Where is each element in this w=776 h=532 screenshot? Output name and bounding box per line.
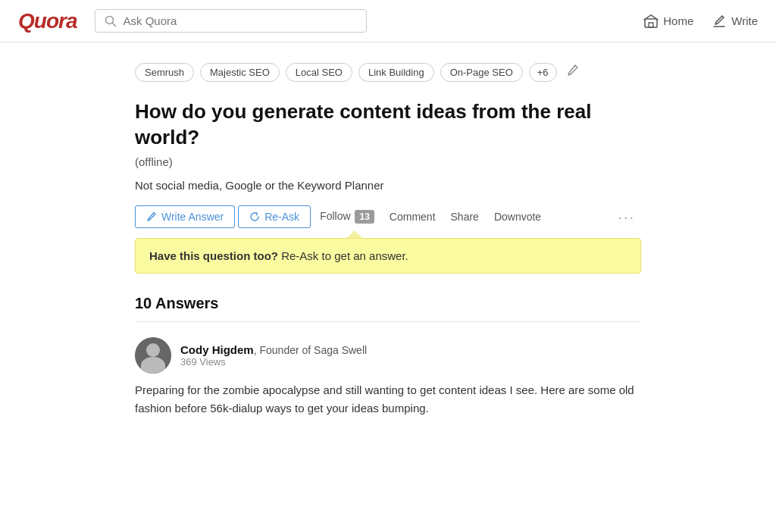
reask-callout-wrapper: Have this question too? Re-Ask to get an… [135, 238, 641, 274]
pencil-icon [146, 211, 157, 222]
answers-divider [135, 321, 641, 322]
tag-semrush[interactable]: Semrush [135, 63, 194, 82]
callout-arrow [347, 230, 362, 238]
edit-tags-icon[interactable] [563, 61, 583, 84]
write-answer-button[interactable]: Write Answer [135, 205, 235, 228]
write-icon [712, 14, 727, 28]
tag-link-building[interactable]: Link Building [358, 63, 434, 82]
author-name-views-row: Cody Higdem, Founder of Saga Swell [180, 343, 367, 356]
answer-text: Preparing for the zombie apocalypse and … [135, 381, 641, 418]
reask-button[interactable]: Re-Ask [238, 205, 311, 228]
downvote-button[interactable]: Downvote [488, 206, 547, 227]
search-icon [105, 15, 117, 27]
tag-local-seo[interactable]: Local SEO [286, 63, 352, 82]
author-name[interactable]: Cody Higdem [180, 343, 254, 356]
actions-row: Write Answer Re-Ask Follow 13 Comment Sh… [135, 205, 641, 229]
answer-views: 369 Views [180, 356, 367, 368]
write-label: Write [731, 14, 758, 27]
header: Quora Home Write [0, 0, 776, 42]
answer-item: Cody Higdem, Founder of Saga Swell 369 V… [135, 337, 641, 418]
home-icon [643, 14, 659, 28]
answer-author-row: Cody Higdem, Founder of Saga Swell 369 V… [135, 337, 641, 374]
question-description: Not social media, Google or the Keyword … [135, 179, 641, 192]
reask-icon [249, 211, 260, 222]
comment-button[interactable]: Comment [383, 206, 442, 227]
home-label: Home [663, 14, 693, 27]
author-info: Cody Higdem, Founder of Saga Swell 369 V… [180, 343, 367, 368]
main-content: Semrush Majestic SEO Local SEO Link Buil… [123, 42, 653, 442]
answers-heading: 10 Answers [135, 295, 641, 312]
search-input[interactable] [123, 14, 357, 27]
tags-row: Semrush Majestic SEO Local SEO Link Buil… [135, 61, 641, 84]
question-subtitle: (offline) [135, 155, 641, 168]
write-nav-item[interactable]: Write [712, 14, 758, 28]
svg-line-1 [113, 23, 116, 26]
callout-text: Re-Ask to get an answer. [278, 249, 408, 262]
tag-majestic-seo[interactable]: Majestic SEO [200, 63, 280, 82]
tag-more[interactable]: +6 [529, 63, 557, 82]
share-button[interactable]: Share [445, 206, 485, 227]
reask-callout: Have this question too? Re-Ask to get an… [135, 238, 641, 274]
follow-count: 13 [355, 210, 374, 224]
author-title: , Founder of Saga Swell [254, 344, 367, 356]
avatar-image [135, 337, 171, 374]
svg-rect-3 [649, 23, 653, 27]
write-answer-label: Write Answer [161, 211, 224, 223]
more-options-button[interactable]: ··· [612, 205, 641, 229]
follow-button[interactable]: Follow 13 [314, 205, 380, 228]
search-bar[interactable] [95, 9, 367, 33]
tag-on-page-seo[interactable]: On-Page SEO [440, 63, 523, 82]
home-nav-item[interactable]: Home [643, 14, 693, 28]
header-nav: Home Write [643, 14, 758, 28]
reask-label: Re-Ask [264, 211, 299, 223]
follow-label: Follow [320, 210, 350, 222]
callout-bold: Have this question too? [149, 249, 278, 262]
question-title: How do you generate content ideas from t… [135, 99, 641, 151]
quora-logo[interactable]: Quora [18, 9, 77, 33]
avatar [135, 337, 171, 374]
